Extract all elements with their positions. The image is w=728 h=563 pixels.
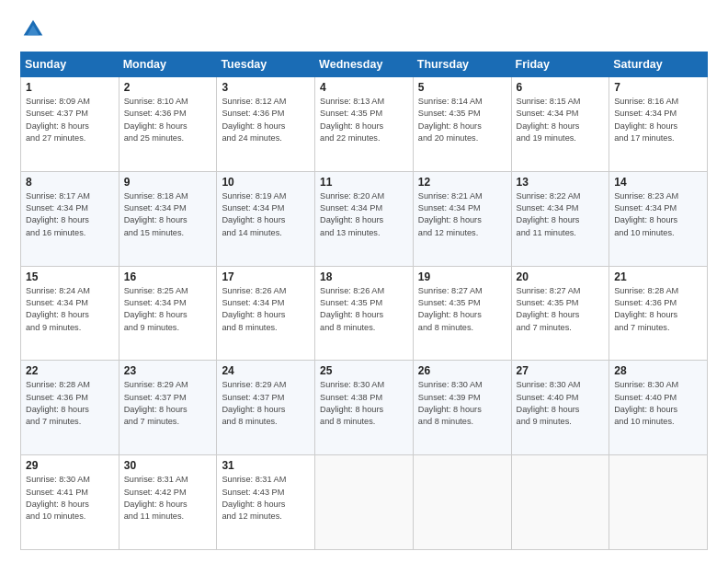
dow-header-monday: Monday <box>119 52 217 77</box>
day-number: 21 <box>614 270 702 283</box>
day-number: 3 <box>222 81 310 94</box>
calendar-table: SundayMondayTuesdayWednesdayThursdayFrid… <box>20 52 708 550</box>
cell-sun-info: Sunrise: 8:30 AM Sunset: 4:39 PM Dayligh… <box>418 379 506 428</box>
day-number: 28 <box>614 364 702 377</box>
calendar-cell: 16Sunrise: 8:25 AM Sunset: 4:34 PM Dayli… <box>119 266 217 361</box>
calendar-cell: 26Sunrise: 8:30 AM Sunset: 4:39 PM Dayli… <box>413 361 511 455</box>
cell-sun-info: Sunrise: 8:15 AM Sunset: 4:34 PM Dayligh… <box>517 96 605 144</box>
cell-sun-info: Sunrise: 8:18 AM Sunset: 4:34 PM Dayligh… <box>124 190 212 239</box>
calendar-cell: 5Sunrise: 8:14 AM Sunset: 4:35 PM Daylig… <box>413 77 511 172</box>
day-number: 24 <box>222 364 310 377</box>
cell-sun-info: Sunrise: 8:12 AM Sunset: 4:36 PM Dayligh… <box>222 96 310 144</box>
day-number: 2 <box>124 81 212 94</box>
calendar-cell: 24Sunrise: 8:29 AM Sunset: 4:37 PM Dayli… <box>217 361 315 455</box>
calendar-cell: 31Sunrise: 8:31 AM Sunset: 4:43 PM Dayli… <box>217 455 315 550</box>
calendar-cell: 14Sunrise: 8:23 AM Sunset: 4:34 PM Dayli… <box>609 171 708 266</box>
cell-sun-info: Sunrise: 8:22 AM Sunset: 4:34 PM Dayligh… <box>517 190 605 239</box>
calendar-cell: 9Sunrise: 8:18 AM Sunset: 4:34 PM Daylig… <box>119 171 217 266</box>
week-row-5: 29Sunrise: 8:30 AM Sunset: 4:41 PM Dayli… <box>21 455 708 550</box>
cell-sun-info: Sunrise: 8:25 AM Sunset: 4:34 PM Dayligh… <box>124 285 212 334</box>
day-number: 11 <box>320 176 408 189</box>
day-number: 10 <box>222 176 310 189</box>
calendar-cell: 15Sunrise: 8:24 AM Sunset: 4:34 PM Dayli… <box>21 266 119 361</box>
cell-sun-info: Sunrise: 8:20 AM Sunset: 4:34 PM Dayligh… <box>320 190 408 239</box>
week-row-2: 8Sunrise: 8:17 AM Sunset: 4:34 PM Daylig… <box>21 171 708 266</box>
logo <box>20 17 50 42</box>
cell-sun-info: Sunrise: 8:30 AM Sunset: 4:40 PM Dayligh… <box>517 379 605 428</box>
calendar-cell: 10Sunrise: 8:19 AM Sunset: 4:34 PM Dayli… <box>217 171 315 266</box>
day-number: 29 <box>26 459 114 472</box>
cell-sun-info: Sunrise: 8:14 AM Sunset: 4:35 PM Dayligh… <box>418 96 506 144</box>
dow-header-wednesday: Wednesday <box>315 52 414 77</box>
calendar-cell: 25Sunrise: 8:30 AM Sunset: 4:38 PM Dayli… <box>315 361 414 455</box>
cell-sun-info: Sunrise: 8:29 AM Sunset: 4:37 PM Dayligh… <box>222 379 310 428</box>
calendar-cell: 22Sunrise: 8:28 AM Sunset: 4:36 PM Dayli… <box>21 361 119 455</box>
day-number: 16 <box>124 270 212 283</box>
cell-sun-info: Sunrise: 8:30 AM Sunset: 4:38 PM Dayligh… <box>320 379 408 428</box>
cell-sun-info: Sunrise: 8:31 AM Sunset: 4:42 PM Dayligh… <box>124 474 212 523</box>
calendar-cell: 12Sunrise: 8:21 AM Sunset: 4:34 PM Dayli… <box>413 171 511 266</box>
calendar-cell: 8Sunrise: 8:17 AM Sunset: 4:34 PM Daylig… <box>21 171 119 266</box>
day-number: 27 <box>517 364 605 377</box>
week-row-4: 22Sunrise: 8:28 AM Sunset: 4:36 PM Dayli… <box>21 361 708 455</box>
calendar-cell: 19Sunrise: 8:27 AM Sunset: 4:35 PM Dayli… <box>413 266 511 361</box>
calendar-cell <box>511 455 609 550</box>
calendar-cell: 6Sunrise: 8:15 AM Sunset: 4:34 PM Daylig… <box>511 77 609 172</box>
cell-sun-info: Sunrise: 8:13 AM Sunset: 4:35 PM Dayligh… <box>320 96 408 144</box>
day-number: 15 <box>26 270 114 283</box>
calendar-cell <box>609 455 708 550</box>
day-number: 22 <box>26 364 114 377</box>
day-number: 17 <box>222 270 310 283</box>
days-of-week-row: SundayMondayTuesdayWednesdayThursdayFrid… <box>21 52 708 77</box>
cell-sun-info: Sunrise: 8:29 AM Sunset: 4:37 PM Dayligh… <box>124 379 212 428</box>
cell-sun-info: Sunrise: 8:27 AM Sunset: 4:35 PM Dayligh… <box>517 285 605 334</box>
week-row-1: 1Sunrise: 8:09 AM Sunset: 4:37 PM Daylig… <box>21 77 708 172</box>
header <box>20 17 708 42</box>
cell-sun-info: Sunrise: 8:26 AM Sunset: 4:35 PM Dayligh… <box>320 285 408 334</box>
day-number: 1 <box>26 81 114 94</box>
calendar-cell: 17Sunrise: 8:26 AM Sunset: 4:34 PM Dayli… <box>217 266 315 361</box>
cell-sun-info: Sunrise: 8:24 AM Sunset: 4:34 PM Dayligh… <box>26 285 114 334</box>
day-number: 18 <box>320 270 408 283</box>
cell-sun-info: Sunrise: 8:19 AM Sunset: 4:34 PM Dayligh… <box>222 190 310 239</box>
cell-sun-info: Sunrise: 8:28 AM Sunset: 4:36 PM Dayligh… <box>26 379 114 428</box>
day-number: 4 <box>320 81 408 94</box>
cell-sun-info: Sunrise: 8:10 AM Sunset: 4:36 PM Dayligh… <box>124 96 212 144</box>
calendar-cell: 4Sunrise: 8:13 AM Sunset: 4:35 PM Daylig… <box>315 77 414 172</box>
dow-header-thursday: Thursday <box>413 52 511 77</box>
day-number: 26 <box>418 364 506 377</box>
logo-icon <box>20 17 46 42</box>
week-row-3: 15Sunrise: 8:24 AM Sunset: 4:34 PM Dayli… <box>21 266 708 361</box>
day-number: 19 <box>418 270 506 283</box>
calendar-cell: 1Sunrise: 8:09 AM Sunset: 4:37 PM Daylig… <box>21 77 119 172</box>
calendar-cell: 18Sunrise: 8:26 AM Sunset: 4:35 PM Dayli… <box>315 266 414 361</box>
cell-sun-info: Sunrise: 8:28 AM Sunset: 4:36 PM Dayligh… <box>614 285 702 334</box>
calendar-cell: 27Sunrise: 8:30 AM Sunset: 4:40 PM Dayli… <box>511 361 609 455</box>
calendar-cell: 21Sunrise: 8:28 AM Sunset: 4:36 PM Dayli… <box>609 266 708 361</box>
dow-header-sunday: Sunday <box>21 52 119 77</box>
day-number: 20 <box>517 270 605 283</box>
cell-sun-info: Sunrise: 8:31 AM Sunset: 4:43 PM Dayligh… <box>222 474 310 523</box>
cell-sun-info: Sunrise: 8:17 AM Sunset: 4:34 PM Dayligh… <box>26 190 114 239</box>
cell-sun-info: Sunrise: 8:26 AM Sunset: 4:34 PM Dayligh… <box>222 285 310 334</box>
calendar-cell: 20Sunrise: 8:27 AM Sunset: 4:35 PM Dayli… <box>511 266 609 361</box>
cell-sun-info: Sunrise: 8:30 AM Sunset: 4:41 PM Dayligh… <box>26 474 114 523</box>
page: SundayMondayTuesdayWednesdayThursdayFrid… <box>0 0 728 563</box>
calendar-cell: 13Sunrise: 8:22 AM Sunset: 4:34 PM Dayli… <box>511 171 609 266</box>
day-number: 31 <box>222 459 310 472</box>
day-number: 30 <box>124 459 212 472</box>
cell-sun-info: Sunrise: 8:21 AM Sunset: 4:34 PM Dayligh… <box>418 190 506 239</box>
calendar-cell: 3Sunrise: 8:12 AM Sunset: 4:36 PM Daylig… <box>217 77 315 172</box>
calendar-cell: 30Sunrise: 8:31 AM Sunset: 4:42 PM Dayli… <box>119 455 217 550</box>
day-number: 5 <box>418 81 506 94</box>
day-number: 12 <box>418 176 506 189</box>
day-number: 9 <box>124 176 212 189</box>
day-number: 23 <box>124 364 212 377</box>
calendar-cell: 28Sunrise: 8:30 AM Sunset: 4:40 PM Dayli… <box>609 361 708 455</box>
cell-sun-info: Sunrise: 8:23 AM Sunset: 4:34 PM Dayligh… <box>614 190 702 239</box>
dow-header-saturday: Saturday <box>609 52 708 77</box>
calendar-body: 1Sunrise: 8:09 AM Sunset: 4:37 PM Daylig… <box>21 77 708 550</box>
calendar-cell: 23Sunrise: 8:29 AM Sunset: 4:37 PM Dayli… <box>119 361 217 455</box>
day-number: 8 <box>26 176 114 189</box>
cell-sun-info: Sunrise: 8:30 AM Sunset: 4:40 PM Dayligh… <box>614 379 702 428</box>
